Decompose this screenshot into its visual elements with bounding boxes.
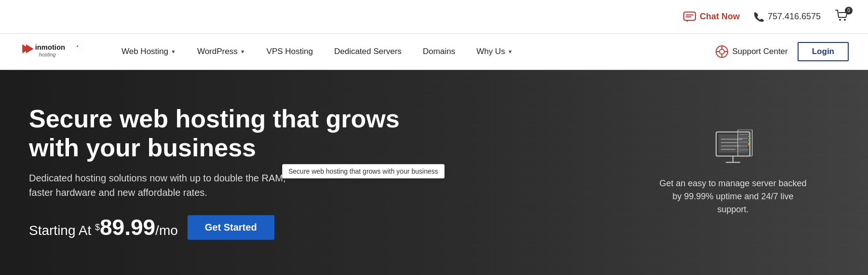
svg-marker-7 bbox=[26, 44, 34, 54]
hero-price: Starting At $89.99/mo bbox=[29, 214, 178, 240]
price-number: 89.99 bbox=[100, 215, 155, 240]
logo[interactable]: inmotion hosting bbox=[19, 40, 87, 64]
nav-item-why-us[interactable]: Why Us ▼ bbox=[466, 34, 523, 70]
price-unit: /mo bbox=[155, 223, 178, 238]
phone-number: 757.416.6575 bbox=[768, 12, 821, 22]
currency-symbol: $ bbox=[95, 222, 100, 232]
server-icon bbox=[711, 129, 755, 168]
login-button[interactable]: Login bbox=[798, 42, 849, 61]
cart-badge: 0 bbox=[845, 7, 853, 14]
support-center-link[interactable]: Support Center bbox=[716, 45, 787, 58]
svg-point-31 bbox=[748, 135, 750, 137]
nav-item-dedicated-servers[interactable]: Dedicated Servers bbox=[324, 34, 412, 70]
nav-label-dedicated-servers: Dedicated Servers bbox=[334, 47, 402, 56]
svg-rect-0 bbox=[684, 12, 695, 20]
hero-right-description: Get an easy to manage server backed by 9… bbox=[656, 177, 810, 216]
svg-text:inmotion: inmotion bbox=[35, 43, 65, 51]
nav-item-domains[interactable]: Domains bbox=[412, 34, 466, 70]
hero-right-panel: Get an easy to manage server backed by 9… bbox=[656, 129, 810, 216]
chat-label: Chat Now bbox=[700, 12, 740, 22]
nav-label-domains: Domains bbox=[423, 47, 455, 56]
nav-item-vps-hosting[interactable]: VPS Hosting bbox=[256, 34, 324, 70]
chevron-down-icon: ▼ bbox=[171, 49, 176, 55]
svg-point-32 bbox=[748, 139, 750, 141]
nav-item-web-hosting[interactable]: Web Hosting ▼ bbox=[111, 34, 187, 70]
hero-title: Secure web hosting that grows with your … bbox=[29, 105, 405, 163]
nav-bar: inmotion hosting Web Hosting ▼ WordPress… bbox=[0, 34, 868, 70]
nav-label-why-us: Why Us bbox=[476, 47, 505, 56]
phone-icon bbox=[754, 12, 764, 22]
nav-links: Web Hosting ▼ WordPress ▼ VPS Hosting De… bbox=[111, 34, 716, 70]
server-illustration bbox=[656, 129, 810, 168]
support-icon bbox=[716, 45, 728, 58]
svg-point-4 bbox=[839, 19, 841, 21]
nav-label-vps-hosting: VPS Hosting bbox=[267, 47, 313, 56]
hero-tooltip: Secure web hosting that grows with your … bbox=[282, 164, 445, 179]
chat-now-button[interactable]: Chat Now bbox=[683, 12, 740, 22]
top-bar-actions: Chat Now 757.416.6575 0 bbox=[683, 10, 849, 24]
top-bar: Chat Now 757.416.6575 0 bbox=[0, 0, 868, 34]
logo-image: inmotion hosting bbox=[19, 40, 87, 64]
svg-rect-25 bbox=[738, 129, 752, 156]
svg-point-33 bbox=[748, 143, 750, 145]
svg-marker-3 bbox=[686, 20, 688, 22]
nav-right: Support Center Login bbox=[716, 42, 849, 61]
cart-button[interactable]: 0 bbox=[835, 10, 849, 24]
nav-item-wordpress[interactable]: WordPress ▼ bbox=[187, 34, 256, 70]
nav-label-web-hosting: Web Hosting bbox=[122, 47, 168, 56]
hero-section: Secure web hosting that grows with your … bbox=[0, 70, 868, 275]
get-started-button[interactable]: Get Started bbox=[188, 215, 274, 240]
chevron-down-icon: ▼ bbox=[240, 49, 245, 55]
svg-point-10 bbox=[77, 45, 78, 47]
chat-icon bbox=[683, 12, 696, 22]
nav-label-wordpress: WordPress bbox=[197, 47, 238, 56]
tooltip-text: Secure web hosting that grows with your … bbox=[288, 167, 438, 175]
hero-pricing: Starting At $89.99/mo Get Started bbox=[29, 214, 405, 240]
phone-link[interactable]: 757.416.6575 bbox=[754, 12, 821, 22]
hero-subtitle: Dedicated hosting solutions now with up … bbox=[29, 171, 299, 200]
svg-point-12 bbox=[719, 49, 724, 54]
svg-point-5 bbox=[844, 19, 846, 21]
starting-at-text: Starting At bbox=[29, 223, 91, 238]
support-label: Support Center bbox=[732, 47, 787, 56]
svg-text:hosting: hosting bbox=[39, 52, 55, 57]
chevron-down-icon: ▼ bbox=[507, 49, 513, 55]
